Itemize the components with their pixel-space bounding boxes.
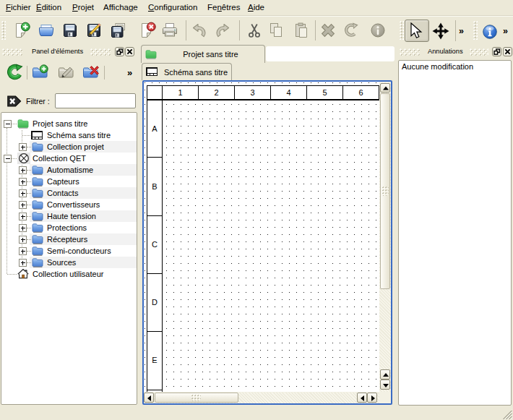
svg-text:C: C: [152, 240, 158, 249]
svg-text:D: D: [152, 298, 158, 307]
svg-text:2: 2: [214, 88, 218, 97]
svg-text:5: 5: [322, 88, 327, 97]
svg-text:4: 4: [286, 88, 290, 97]
svg-text:B: B: [152, 182, 157, 191]
svg-text:1: 1: [178, 88, 182, 97]
svg-text:E: E: [152, 356, 157, 364]
svg-text:6: 6: [358, 88, 363, 97]
svg-text:3: 3: [250, 88, 254, 97]
svg-text:A: A: [152, 124, 158, 133]
